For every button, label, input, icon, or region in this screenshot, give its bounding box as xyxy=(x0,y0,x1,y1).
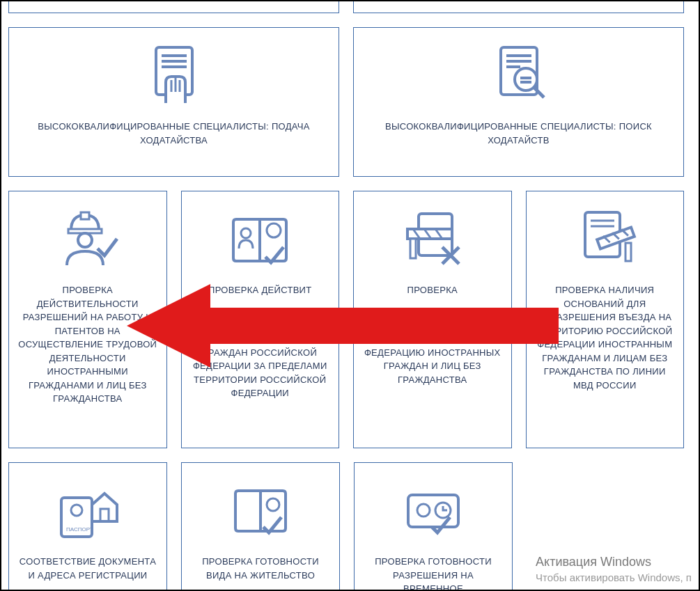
svg-rect-25 xyxy=(410,239,416,258)
card-label: ВЫСОКОКВАЛИФИЦИРОВАННЫЕ СПЕЦИАЛИСТЫ: ПОИ… xyxy=(362,120,675,147)
card-label-top: ПРОВЕРКА xyxy=(407,283,458,297)
card-label: ПРОВЕРКА ГОТОВНОСТИ ВИДА НА ЖИТЕЛЬСТВО xyxy=(190,555,331,582)
watermark-subtitle: Чтобы активировать Windows, п xyxy=(536,571,692,585)
passport-house-icon: ПАСПОРТ xyxy=(53,475,123,545)
svg-text:ПАСПОРТ: ПАСПОРТ xyxy=(66,526,93,533)
card-label-top: ПРОВЕРКА ДЕЙСТВИТ xyxy=(208,283,311,297)
id-clock-icon xyxy=(398,475,468,545)
row-wide: ВЫСОКОКВАЛИФИЦИРОВАННЫЕ СПЕЦИАЛИСТЫ: ПОД… xyxy=(8,27,684,177)
worker-check-icon xyxy=(53,204,123,274)
card-check-work-permit[interactable]: ПРОВЕРКА ДЕЙСТВИТЕЛЬНОСТИ РАЗРЕШЕНИЙ НА … xyxy=(8,191,167,448)
card-check-entry-restriction[interactable]: ПРОВЕРКА НАЛИЧИЯ ОСНОВАНИЙ ДЛЯ НЕРАЗРЕШЕ… xyxy=(526,191,685,448)
card-residence-permit[interactable]: ПРОВЕРКА ГОТОВНОСТИ ВИДА НА ЖИТЕЛЬСТВО xyxy=(181,462,340,591)
content-area: ВЫСОКОКВАЛИФИЦИРОВАННЫЕ СПЕЦИАЛИСТЫ: ПОД… xyxy=(8,1,684,591)
card-label: ВЫСОКОКВАЛИФИЦИРОВАННЫЕ СПЕЦИАЛИСТЫ: ПОД… xyxy=(17,120,330,147)
svg-point-17 xyxy=(78,233,92,247)
card-label: ПРОВЕРКА ГОТОВНОСТИ РАЗРЕШЕНИЯ НА ВРЕМЕН… xyxy=(363,555,504,591)
partial-card-left[interactable] xyxy=(8,0,339,13)
card-submit-application[interactable]: ВЫСОКОКВАЛИФИЦИРОВАННЫЕ СПЕЦИАЛИСТЫ: ПОД… xyxy=(8,27,339,177)
watermark-title: Активация Windows xyxy=(536,554,692,570)
row-partial-top xyxy=(8,0,684,13)
card-check-passport-abroad[interactable]: ПРОВЕРКА ДЕЙСТВИТ ГРАЖДАН РОССИЙСКОЙ ФЕД… xyxy=(181,191,340,448)
svg-rect-35 xyxy=(625,243,631,261)
card-label: СООТВЕТСТВИЕ ДОКУМЕНТА И АДРЕСА РЕГИСТРА… xyxy=(17,555,158,582)
viewport: ВЫСОКОКВАЛИФИЦИРОВАННЫЕ СПЕЦИАЛИСТЫ: ПОД… xyxy=(0,0,700,591)
svg-rect-16 xyxy=(81,212,89,219)
card-temp-permit[interactable]: ПРОВЕРКА ГОТОВНОСТИ РАЗРЕШЕНИЯ НА ВРЕМЕН… xyxy=(354,462,513,591)
card-check-entry-ban[interactable]: ПРОВЕРКА ФЕДЕРАЦИЮ ИНОСТРАННЫХ ГРАЖДАН И… xyxy=(353,191,512,448)
document-barrier-icon xyxy=(570,204,639,274)
passport-emblem-icon xyxy=(225,204,295,274)
card-label-bottom: ГРАЖДАН РОССИЙСКОЙ ФЕДЕРАЦИИ ЗА ПРЕДЕЛАМ… xyxy=(190,346,331,400)
partial-card-right[interactable] xyxy=(353,0,684,13)
card-label-bottom: ФЕДЕРАЦИЮ ИНОСТРАННЫХ ГРАЖДАН И ЛИЦ БЕЗ … xyxy=(362,346,503,387)
windows-activation-watermark: Активация Windows Чтобы активировать Win… xyxy=(536,554,692,584)
barrier-deny-icon xyxy=(398,204,467,274)
card-address-registration[interactable]: ПАСПОРТ СООТВЕТСТВИЕ ДОКУМЕНТА И АДРЕСА … xyxy=(8,462,167,591)
open-book-icon xyxy=(226,475,295,545)
document-search-icon xyxy=(484,40,554,110)
card-label: ПРОВЕРКА ДЕЙСТВИТЕЛЬНОСТИ РАЗРЕШЕНИЙ НА … xyxy=(17,283,158,406)
card-search-application[interactable]: ВЫСОКОКВАЛИФИЦИРОВАННЫЕ СПЕЦИАЛИСТЫ: ПОИ… xyxy=(353,27,684,177)
row-four: ПРОВЕРКА ДЕЙСТВИТЕЛЬНОСТИ РАЗРЕШЕНИЙ НА … xyxy=(8,191,684,448)
card-label: ПРОВЕРКА НАЛИЧИЯ ОСНОВАНИЙ ДЛЯ НЕРАЗРЕШЕ… xyxy=(535,283,676,392)
document-hand-icon xyxy=(139,40,209,110)
